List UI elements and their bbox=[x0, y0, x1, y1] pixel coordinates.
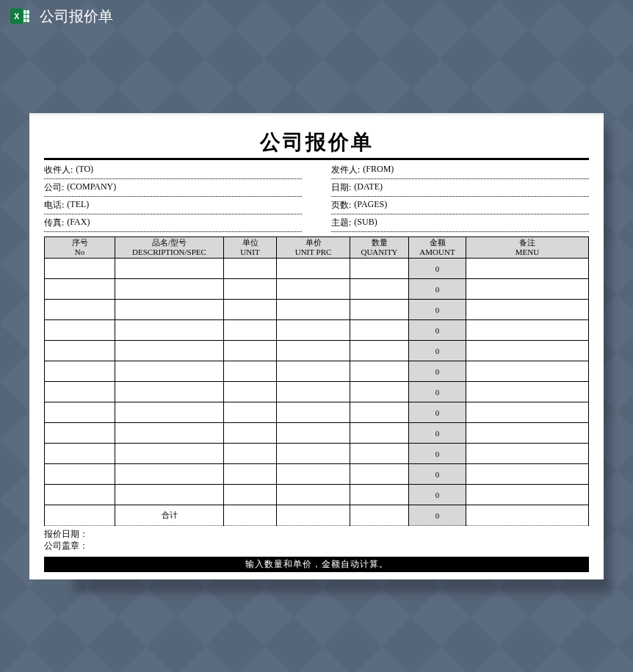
cell-uprc bbox=[277, 382, 350, 402]
info-label: 发件人: bbox=[331, 164, 360, 176]
info-label: 公司: bbox=[44, 181, 64, 194]
table-row: 0 bbox=[45, 320, 589, 341]
cell-qty bbox=[350, 341, 409, 361]
cell-unit bbox=[224, 320, 277, 341]
cell-desc bbox=[115, 402, 224, 423]
col-header-unit: 单位UNIT bbox=[224, 237, 277, 259]
info-value: (TEL) bbox=[67, 199, 89, 212]
table-body: 000000000000合计0 bbox=[45, 259, 589, 526]
cell-no bbox=[45, 423, 115, 444]
cell-desc bbox=[115, 300, 224, 320]
cell-uprc bbox=[277, 300, 350, 320]
cell-unit bbox=[224, 361, 277, 382]
sum-empty bbox=[350, 505, 409, 526]
cell-menu bbox=[466, 485, 589, 505]
cell-unit bbox=[224, 464, 277, 485]
header-info-grid: 收件人: (TO) 发件人: (FROM) 公司: (COMPANY) 日期: … bbox=[44, 162, 589, 232]
col-header-amt: 金额AMOUNT bbox=[409, 237, 466, 259]
cell-unit bbox=[224, 382, 277, 402]
cell-menu bbox=[466, 423, 589, 444]
info-fax: 传真: (FAX) bbox=[44, 214, 302, 232]
cell-desc bbox=[115, 423, 224, 444]
cell-unit bbox=[224, 259, 277, 279]
app-title: 公司报价单 bbox=[40, 7, 113, 26]
info-label: 页数: bbox=[331, 199, 351, 212]
col-l2: MENU bbox=[516, 248, 539, 256]
footer-quote-date: 报价日期： bbox=[44, 529, 589, 541]
cell-unit bbox=[224, 485, 277, 505]
cell-desc bbox=[115, 382, 224, 402]
cell-amt: 0 bbox=[409, 300, 466, 320]
cell-menu bbox=[466, 382, 589, 402]
cell-desc bbox=[115, 341, 224, 361]
table-row: 0 bbox=[45, 259, 589, 279]
info-value: (TO) bbox=[76, 164, 93, 176]
cell-qty bbox=[350, 402, 409, 423]
cell-uprc bbox=[277, 320, 350, 341]
cell-desc bbox=[115, 279, 224, 300]
table-row: 0 bbox=[45, 300, 589, 320]
info-date: 日期: (DATE) bbox=[331, 179, 589, 197]
info-label: 电话: bbox=[44, 199, 64, 212]
cell-qty bbox=[350, 300, 409, 320]
cell-no bbox=[45, 300, 115, 320]
table-row: 0 bbox=[45, 279, 589, 300]
cell-uprc bbox=[277, 259, 350, 279]
info-tel: 电话: (TEL) bbox=[44, 197, 302, 214]
cell-uprc bbox=[277, 444, 350, 464]
cell-no bbox=[45, 382, 115, 402]
info-value: (DATE) bbox=[354, 181, 383, 194]
col-l1: 备注 bbox=[519, 238, 535, 247]
cell-menu bbox=[466, 444, 589, 464]
info-value: (SUB) bbox=[354, 217, 377, 229]
cell-menu bbox=[466, 320, 589, 341]
cell-menu bbox=[466, 402, 589, 423]
col-l2: DESCRIPTION/SPEC bbox=[132, 248, 206, 256]
cell-amt: 0 bbox=[409, 341, 466, 361]
cell-qty bbox=[350, 464, 409, 485]
info-from: 发件人: (FROM) bbox=[331, 162, 589, 179]
col-l2: AMOUNT bbox=[419, 248, 455, 256]
cell-uprc bbox=[277, 485, 350, 505]
cell-amt: 0 bbox=[409, 259, 466, 279]
cell-no bbox=[45, 259, 115, 279]
cell-amt: 0 bbox=[409, 320, 466, 341]
cell-menu bbox=[466, 361, 589, 382]
info-label: 日期: bbox=[331, 181, 351, 194]
cell-no bbox=[45, 485, 115, 505]
table-row: 0 bbox=[45, 464, 589, 485]
cell-qty bbox=[350, 361, 409, 382]
sum-amount: 0 bbox=[409, 505, 466, 526]
cell-menu bbox=[466, 341, 589, 361]
sum-empty bbox=[466, 505, 589, 526]
footer-instruction-bar: 输入数量和单价，金额自动计算。 bbox=[44, 557, 589, 572]
info-to: 收件人: (TO) bbox=[44, 162, 302, 179]
cell-no bbox=[45, 279, 115, 300]
cell-menu bbox=[466, 300, 589, 320]
col-header-menu: 备注MENU bbox=[466, 237, 589, 259]
page-title: 公司报价单 bbox=[44, 129, 589, 158]
cell-uprc bbox=[277, 279, 350, 300]
cell-qty bbox=[350, 320, 409, 341]
sum-empty bbox=[277, 505, 350, 526]
col-l1: 品名/型号 bbox=[152, 238, 187, 247]
cell-desc bbox=[115, 485, 224, 505]
info-sub: 主题: (SUB) bbox=[331, 214, 589, 232]
cell-amt: 0 bbox=[409, 382, 466, 402]
col-header-uprc: 单价UNIT PRC bbox=[277, 237, 350, 259]
cell-unit bbox=[224, 300, 277, 320]
document: 公司报价单 收件人: (TO) 发件人: (FROM) 公司: (COMPANY… bbox=[29, 113, 604, 579]
cell-uprc bbox=[277, 423, 350, 444]
cell-amt: 0 bbox=[409, 444, 466, 464]
sum-label: 合计 bbox=[115, 505, 224, 526]
cell-uprc bbox=[277, 464, 350, 485]
cell-desc bbox=[115, 320, 224, 341]
cell-amt: 0 bbox=[409, 423, 466, 444]
table-row: 0 bbox=[45, 382, 589, 402]
cell-uprc bbox=[277, 402, 350, 423]
cell-desc bbox=[115, 464, 224, 485]
info-label: 收件人: bbox=[44, 164, 73, 176]
table-row: 0 bbox=[45, 402, 589, 423]
cell-amt: 0 bbox=[409, 464, 466, 485]
col-header-qty: 数量QUANITY bbox=[350, 237, 409, 259]
